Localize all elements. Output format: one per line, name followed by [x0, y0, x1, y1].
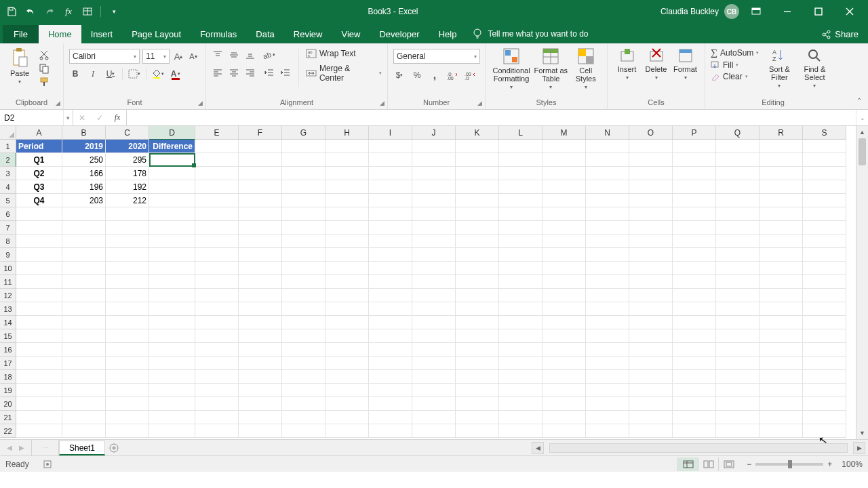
cell[interactable] — [62, 207, 106, 221]
cell[interactable] — [195, 357, 239, 370]
tab-view[interactable]: View — [332, 25, 370, 43]
cell[interactable] — [195, 262, 239, 275]
cell[interactable] — [456, 167, 499, 180]
cell[interactable] — [499, 235, 542, 248]
cell[interactable] — [760, 384, 803, 397]
decrease-font-icon[interactable]: A▾ — [187, 50, 199, 62]
cell[interactable] — [412, 357, 456, 370]
row-header[interactable]: 9 — [0, 248, 16, 262]
cell[interactable] — [499, 194, 542, 207]
cell[interactable] — [673, 140, 716, 153]
cell[interactable] — [412, 275, 456, 289]
cell[interactable] — [149, 384, 195, 397]
cell[interactable] — [760, 262, 803, 275]
cell[interactable] — [282, 235, 326, 248]
cell[interactable] — [412, 248, 456, 262]
row-header[interactable]: 4 — [0, 180, 16, 194]
cell[interactable] — [542, 329, 586, 343]
cell[interactable] — [62, 248, 106, 262]
cell[interactable] — [803, 262, 846, 275]
cell[interactable] — [456, 140, 499, 153]
cell[interactable] — [716, 316, 760, 329]
cell[interactable] — [62, 329, 106, 343]
align-bottom-icon[interactable] — [244, 49, 256, 61]
row-header[interactable]: 18 — [0, 370, 16, 384]
row-header[interactable]: 13 — [0, 302, 16, 316]
col-header[interactable]: J — [412, 126, 456, 140]
clear-button[interactable]: Clear▾ — [711, 72, 759, 81]
cell[interactable] — [282, 275, 326, 289]
cell[interactable] — [369, 262, 412, 275]
cell[interactable] — [499, 411, 542, 424]
cell[interactable] — [282, 153, 326, 167]
cell[interactable] — [282, 384, 326, 397]
cell[interactable] — [282, 316, 326, 329]
cell[interactable] — [760, 275, 803, 289]
minimize-icon[interactable] — [773, 2, 802, 21]
cell[interactable] — [326, 384, 369, 397]
cell[interactable] — [673, 235, 716, 248]
cell[interactable] — [542, 357, 586, 370]
cell[interactable] — [586, 235, 629, 248]
cell[interactable] — [716, 194, 760, 207]
sheet-nav[interactable]: ◀▶ — [0, 440, 32, 455]
scroll-up-icon[interactable]: ▲ — [856, 126, 868, 138]
fill-button[interactable]: Fill▾ — [711, 60, 759, 70]
fill-color-icon[interactable]: ▾ — [152, 68, 164, 80]
tab-home[interactable]: Home — [39, 25, 81, 43]
cell[interactable] — [195, 370, 239, 384]
page-layout-view-icon[interactable] — [698, 458, 718, 471]
cell[interactable]: 192 — [106, 180, 149, 194]
cell[interactable] — [586, 343, 629, 357]
cell[interactable] — [412, 384, 456, 397]
cell[interactable] — [239, 289, 282, 302]
cell[interactable] — [62, 384, 106, 397]
cell[interactable] — [106, 397, 149, 411]
cell[interactable] — [673, 262, 716, 275]
cell[interactable] — [760, 167, 803, 180]
cell[interactable] — [149, 329, 195, 343]
cell[interactable] — [499, 289, 542, 302]
cell[interactable] — [716, 153, 760, 167]
sort-filter-button[interactable]: AZ Sort & Filter▾ — [764, 46, 794, 89]
col-header[interactable]: S — [803, 126, 846, 140]
cell[interactable] — [716, 262, 760, 275]
cell[interactable]: 166 — [62, 167, 106, 180]
cell[interactable] — [673, 248, 716, 262]
cell[interactable]: 178 — [106, 167, 149, 180]
cell[interactable] — [499, 248, 542, 262]
cell[interactable] — [282, 140, 326, 153]
col-header[interactable]: G — [282, 126, 326, 140]
cell[interactable] — [369, 316, 412, 329]
cell[interactable] — [586, 248, 629, 262]
cell[interactable] — [803, 194, 846, 207]
cell[interactable] — [673, 411, 716, 424]
col-header[interactable]: D — [149, 126, 195, 140]
cell[interactable] — [803, 397, 846, 411]
row-header[interactable]: 14 — [0, 316, 16, 329]
cell[interactable] — [149, 397, 195, 411]
cell[interactable] — [239, 235, 282, 248]
cell[interactable] — [326, 140, 369, 153]
comma-icon[interactable]: , — [429, 69, 441, 81]
cell[interactable] — [542, 221, 586, 235]
cell[interactable] — [760, 235, 803, 248]
cell[interactable] — [369, 275, 412, 289]
cell[interactable] — [412, 194, 456, 207]
cell[interactable] — [542, 289, 586, 302]
find-select-button[interactable]: Find & Select▾ — [800, 46, 829, 89]
col-header[interactable]: B — [62, 126, 106, 140]
cell[interactable] — [412, 397, 456, 411]
cell[interactable] — [62, 289, 106, 302]
zoom-level[interactable]: 100% — [842, 460, 863, 469]
cell[interactable] — [760, 194, 803, 207]
cell[interactable] — [282, 411, 326, 424]
cell[interactable] — [106, 370, 149, 384]
cell[interactable] — [803, 357, 846, 370]
cell[interactable] — [499, 329, 542, 343]
cell[interactable] — [149, 411, 195, 424]
cell[interactable] — [760, 140, 803, 153]
cell[interactable] — [62, 235, 106, 248]
cell[interactable] — [673, 221, 716, 235]
col-header[interactable]: A — [16, 126, 62, 140]
